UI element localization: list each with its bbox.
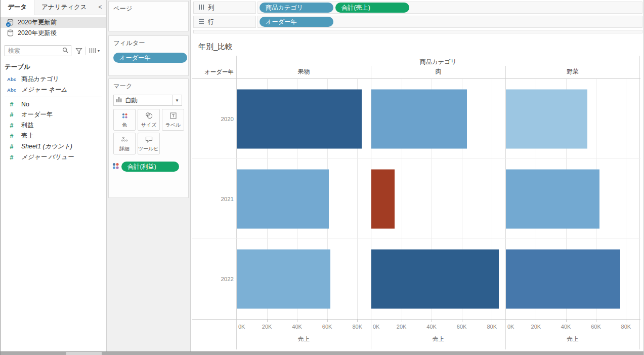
chevron-down-icon: ▾ — [98, 49, 100, 53]
columns-shelf[interactable]: 商品カテゴリ合計(売上) — [257, 2, 642, 14]
mark-type-value: 自動 — [125, 96, 172, 105]
row-label: 2021 — [192, 159, 236, 239]
x-tick-label: 80K — [352, 324, 362, 330]
mark-button-label-t[interactable]: ラベル — [162, 109, 184, 131]
bar[interactable] — [371, 89, 467, 148]
bar[interactable] — [506, 89, 587, 148]
field-item[interactable]: #オーダー年 — [1, 109, 106, 120]
x-tick-label: 40K — [292, 324, 302, 330]
gridline — [626, 159, 626, 239]
tab-data[interactable]: データ — [1, 0, 34, 15]
chart-view: 年別_比較 商品カテゴリ オーダー年 果物肉野菜 202020212022 0K… — [192, 35, 643, 351]
rows-icon — [198, 18, 204, 26]
chart-panel-cell — [371, 159, 505, 239]
bar[interactable] — [506, 250, 620, 309]
chart-body: 202020212022 — [192, 79, 640, 319]
columns-label: 列 — [208, 4, 214, 12]
collapse-pane-button[interactable]: < — [94, 0, 106, 15]
chart-panel-cell — [236, 239, 371, 319]
chart-panel-cell — [236, 159, 371, 239]
field-name: オーダー年 — [21, 110, 53, 119]
x-tick-label: 40K — [561, 324, 571, 330]
field-item[interactable]: Abcメジャー ネーム — [1, 85, 106, 95]
mark-button-detail-dots[interactable]: 詳細 — [113, 133, 136, 154]
field-item[interactable]: #Sheet1 (カウント) — [1, 141, 106, 152]
panel-label: 野菜 — [505, 66, 640, 78]
bar[interactable] — [506, 169, 599, 228]
datasource-name: 2020年更新前 — [18, 18, 57, 27]
x-tick-label: 20K — [397, 324, 407, 330]
field-item[interactable]: #メジャー バリュー — [1, 152, 106, 163]
mark-button-label: 詳細 — [119, 145, 130, 152]
axis-title: 売上 — [371, 335, 505, 343]
datasource-item[interactable]: 2020年更新後 — [1, 28, 106, 38]
status-bar — [1, 351, 643, 355]
axis-title: 売上 — [237, 335, 371, 343]
row-field-header: オーダー年 — [192, 66, 236, 78]
field-item[interactable]: #No — [1, 99, 106, 109]
field-name: Sheet1 (カウント) — [21, 142, 72, 151]
datasource-icon — [7, 19, 14, 26]
x-tick-label: 80K — [487, 324, 497, 330]
number-field-icon: # — [5, 154, 18, 161]
rows-shelf-label: 行 — [193, 16, 256, 28]
bar[interactable] — [371, 169, 395, 228]
field-item[interactable]: #利益 — [1, 120, 106, 131]
panel-label: 肉 — [371, 66, 505, 78]
x-tick-label: 60K — [591, 324, 601, 330]
mark-type-dropdown[interactable]: 自動 ▼ — [113, 95, 182, 106]
x-tick-label: 0K — [238, 324, 245, 330]
tick-mark — [402, 320, 402, 322]
shelf-strip — [193, 30, 642, 33]
view-options-button[interactable]: ▾ — [89, 48, 100, 54]
shelf-pill[interactable]: 合計(売上) — [335, 3, 409, 13]
bar[interactable] — [371, 250, 499, 309]
tick-mark — [267, 320, 268, 322]
axis-cell: 0K20K40K60K80K売上 — [505, 320, 640, 349]
field-name: No — [21, 101, 29, 108]
x-tick-label: 80K — [621, 324, 631, 330]
datasource-list: 2020年更新前2020年更新後 — [1, 17, 106, 38]
gridline — [357, 159, 358, 239]
field-item[interactable]: #売上 — [1, 131, 106, 141]
gridline — [492, 159, 492, 239]
x-tick-label: 60K — [457, 324, 467, 330]
data-pane: データ アナリティクス < 2020年更新前2020年更新後 検索 ▾ テーブル… — [1, 0, 107, 351]
chart-row: 2021 — [192, 159, 640, 239]
search-input[interactable]: 検索 — [5, 45, 71, 56]
worksheet-area: 列 商品カテゴリ合計(売上) 行 オーダー年 年別_比較 商品カテゴリ オーダー… — [191, 0, 643, 351]
filters-shelf[interactable]: フィルター オーダー年 — [108, 35, 189, 76]
gridline — [432, 159, 432, 239]
number-field-icon: # — [5, 101, 18, 108]
tab-analytics[interactable]: アナリティクス — [34, 0, 94, 15]
datasource-item[interactable]: 2020年更新前 — [1, 17, 106, 28]
rows-shelf-row: 行 オーダー年 — [193, 16, 642, 28]
tables-heading: テーブル — [5, 63, 106, 71]
mark-button-tooltip-bubble[interactable]: ツールヒ… — [138, 133, 160, 154]
filter-fields-icon[interactable] — [75, 48, 82, 54]
gridline — [626, 239, 626, 319]
bar[interactable] — [237, 250, 330, 309]
tick-mark — [297, 320, 297, 322]
field-item[interactable]: Abc商品カテゴリ — [1, 74, 106, 85]
x-tick-label: 40K — [426, 324, 437, 330]
bar[interactable] — [237, 89, 362, 148]
mark-button-size-circles[interactable]: サイズ — [138, 109, 160, 131]
mark-button-color-dots[interactable]: 色 — [113, 109, 136, 131]
axis-cell: 0K20K40K60K80K売上 — [236, 320, 371, 349]
shelf-pill[interactable]: 商品カテゴリ — [260, 3, 333, 13]
x-tick-label: 60K — [322, 324, 332, 330]
shelf-pill[interactable]: オーダー年 — [260, 17, 333, 27]
x-tick-label: 20K — [531, 324, 541, 330]
filter-pill-order-year[interactable]: オーダー年 — [113, 53, 187, 63]
x-tick-label: 0K — [373, 324, 379, 330]
columns-icon — [198, 4, 204, 12]
pages-shelf[interactable]: ページ — [108, 1, 189, 31]
tick-mark — [596, 320, 596, 322]
rows-shelf[interactable]: オーダー年 — [257, 16, 642, 28]
color-legend-pill-profit[interactable]: 合計(利益) — [121, 162, 179, 172]
row-label: 2020 — [192, 79, 236, 159]
field-name: 利益 — [21, 121, 34, 130]
tick-mark — [357, 320, 358, 322]
bar[interactable] — [237, 169, 329, 228]
